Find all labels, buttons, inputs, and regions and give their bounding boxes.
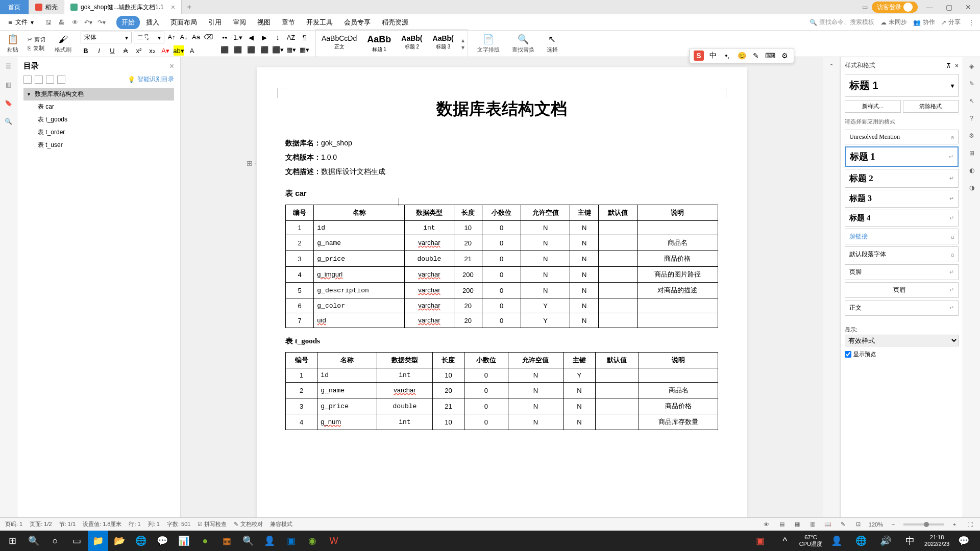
tab-current-doc[interactable]: gok_shop健...城数据库文档1.1× bbox=[64, 0, 182, 14]
decrease-font-icon[interactable]: A↓ bbox=[179, 32, 189, 42]
reader-mode-icon[interactable]: ▭ bbox=[862, 4, 868, 11]
status-spell[interactable]: ☑ 拼写检查 bbox=[198, 520, 227, 528]
change-case-icon[interactable]: Aa bbox=[191, 32, 201, 42]
new-style-button[interactable]: 新样式... bbox=[845, 100, 901, 113]
settings-icon[interactable]: ⚙ bbox=[967, 131, 977, 141]
ime-emoji-icon[interactable]: 😊 bbox=[737, 51, 747, 61]
ime-lang-icon[interactable]: 中 bbox=[708, 51, 718, 61]
wps-icon[interactable]: W bbox=[324, 531, 344, 551]
app7-icon[interactable]: ◉ bbox=[302, 531, 323, 551]
style-list-item-3[interactable]: 标题 3↵ bbox=[845, 190, 959, 208]
ime-skin-icon[interactable]: ✎ bbox=[751, 51, 761, 61]
tray-up-icon[interactable]: ^ bbox=[775, 531, 795, 551]
style-gallery-item-0[interactable]: AaBbCcDd正文 bbox=[317, 31, 361, 57]
status-doc-check[interactable]: ✎ 文档校对 bbox=[234, 520, 262, 528]
highlight-button[interactable]: ab▾ bbox=[174, 45, 184, 56]
share-button[interactable]: ↗分享 bbox=[941, 18, 961, 27]
tray-app-icon[interactable]: ▣ bbox=[750, 531, 771, 551]
select-side-icon[interactable]: ↖ bbox=[967, 96, 977, 106]
ime-logo-icon[interactable]: S bbox=[694, 51, 704, 61]
zoom-in-icon[interactable]: + bbox=[949, 519, 960, 530]
align-right-button[interactable]: ⬛ bbox=[246, 45, 256, 55]
outline-item-4[interactable]: 表 t_user bbox=[23, 139, 174, 152]
print-layout-icon[interactable]: ▤ bbox=[777, 519, 787, 530]
zoom-out-icon[interactable]: − bbox=[888, 519, 898, 530]
style-list-item-7[interactable]: 页脚↵ bbox=[845, 264, 959, 280]
minimize-button[interactable]: — bbox=[922, 3, 937, 11]
ime-settings-icon[interactable]: ⚙ bbox=[779, 51, 790, 61]
explorer-icon[interactable]: 📁 bbox=[88, 531, 108, 551]
style-list-item-5[interactable]: 超链接a bbox=[845, 229, 959, 244]
close-tab-icon[interactable]: × bbox=[171, 3, 175, 11]
ime-keyboard-icon[interactable]: ⌨ bbox=[765, 51, 775, 61]
undo-icon[interactable]: ↶▾ bbox=[84, 18, 93, 27]
style-gallery[interactable]: AaBbCcDd正文AaBb标题 1AaBb(标题 2AaBb(标题 3▴▾ bbox=[315, 29, 468, 58]
limit-icon[interactable]: ✎ bbox=[967, 79, 977, 89]
text-layout-group[interactable]: 📄文字排版 bbox=[474, 34, 503, 54]
style-gallery-more[interactable]: ▴▾ bbox=[459, 31, 467, 57]
ime-toolbar[interactable]: S 中 •, 😊 ✎ ⌨ ⚙ bbox=[689, 48, 794, 63]
start-button[interactable]: ⊞ bbox=[2, 531, 22, 551]
outline-item-2[interactable]: 表 t_goods bbox=[23, 113, 174, 126]
smart-toc-button[interactable]: 💡智能识别目录 bbox=[128, 75, 174, 84]
collab-button[interactable]: 👥协作 bbox=[913, 18, 935, 27]
weather-widget[interactable]: 67°C CPU温度 bbox=[799, 534, 822, 547]
scroll-up-icon[interactable]: ⌃ bbox=[826, 61, 837, 71]
search-task-icon[interactable]: 🔍 bbox=[23, 531, 44, 551]
paste-group[interactable]: 📋 粘贴 bbox=[4, 34, 21, 54]
wechat-icon[interactable]: 💬 bbox=[152, 531, 173, 551]
chrome-icon[interactable]: 🌐 bbox=[131, 531, 151, 551]
current-style-display[interactable]: 标题 1▾ bbox=[845, 74, 959, 97]
app2-icon[interactable]: ● bbox=[195, 531, 215, 551]
strikethrough-button[interactable]: A bbox=[120, 45, 131, 56]
close-outline-icon[interactable]: × bbox=[169, 62, 174, 71]
print-preview-icon[interactable]: 👁 bbox=[70, 18, 80, 27]
tray-network-icon[interactable]: 🌐 bbox=[851, 531, 871, 551]
show-marks-button[interactable]: ¶ bbox=[299, 33, 309, 43]
app4-icon[interactable]: 🔍 bbox=[238, 531, 258, 551]
status-page-no[interactable]: 页码: 1 bbox=[5, 520, 22, 528]
cortana-icon[interactable]: ○ bbox=[45, 531, 65, 551]
tray-ime-icon[interactable]: 中 bbox=[900, 531, 920, 551]
level-icon[interactable] bbox=[46, 76, 54, 84]
app3-icon[interactable]: ▦ bbox=[216, 531, 237, 551]
tool1-icon[interactable]: ◐ bbox=[967, 165, 977, 176]
sort-button[interactable]: AZ bbox=[286, 33, 296, 43]
align-center-button[interactable]: ⬛ bbox=[233, 45, 243, 55]
menu-tab-6[interactable]: 章节 bbox=[277, 16, 300, 29]
decrease-indent-button[interactable]: ◀ bbox=[246, 33, 256, 43]
clock-widget[interactable]: 21:18 2022/2/23 bbox=[924, 534, 949, 547]
distribute-button[interactable]: ⬛▾ bbox=[273, 45, 283, 55]
fullscreen-icon[interactable]: ⛶ bbox=[965, 519, 975, 530]
level2-icon[interactable] bbox=[57, 76, 65, 84]
outline-item-3[interactable]: 表 t_order bbox=[23, 126, 174, 139]
document-canvas[interactable]: ⊞ · 数据库表结构文档 数据库名：gok_shop 文档版本：1.0.0 文档… bbox=[181, 57, 823, 517]
more-side-icon[interactable]: ⊞ bbox=[967, 148, 977, 158]
menu-tab-1[interactable]: 插入 bbox=[141, 16, 164, 29]
menu-tab-5[interactable]: 视图 bbox=[252, 16, 276, 29]
underline-button[interactable]: U bbox=[107, 45, 117, 56]
eye-view-icon[interactable]: 👁 bbox=[762, 519, 772, 530]
clear-format-icon[interactable]: ⌫ bbox=[203, 32, 213, 42]
bookmark-icon[interactable]: 🔖 bbox=[4, 98, 14, 108]
style-list-item-6[interactable]: 默认段落字体a bbox=[845, 246, 959, 262]
outline-item-1[interactable]: 表 car bbox=[23, 101, 174, 113]
style-gallery-item-3[interactable]: AaBb(标题 3 bbox=[428, 31, 458, 57]
menu-tab-7[interactable]: 开发工具 bbox=[301, 16, 338, 29]
thumbnail-icon[interactable]: ▥ bbox=[4, 80, 14, 90]
web-layout-icon[interactable]: ▥ bbox=[807, 519, 818, 530]
menu-tab-4[interactable]: 审阅 bbox=[228, 16, 251, 29]
ime-punct-icon[interactable]: •, bbox=[722, 51, 732, 61]
app5-icon[interactable]: 👤 bbox=[259, 531, 280, 551]
help-icon[interactable]: ? bbox=[967, 113, 977, 123]
line-spacing-button[interactable]: ↕ bbox=[273, 33, 283, 43]
tray-volume-icon[interactable]: 🔊 bbox=[875, 531, 896, 551]
tool2-icon[interactable]: ◑ bbox=[967, 183, 977, 193]
select-group[interactable]: ↖选择 bbox=[544, 34, 561, 54]
expand-icon[interactable] bbox=[23, 76, 32, 84]
tab-docer[interactable]: 稻壳 bbox=[29, 0, 64, 14]
command-search[interactable]: 🔍查找命令、搜索模板 bbox=[810, 18, 874, 27]
folder-icon[interactable]: 📂 bbox=[109, 531, 130, 551]
style-gallery-item-1[interactable]: AaBb标题 1 bbox=[362, 31, 396, 57]
status-section[interactable]: 节: 1/1 bbox=[59, 520, 76, 528]
